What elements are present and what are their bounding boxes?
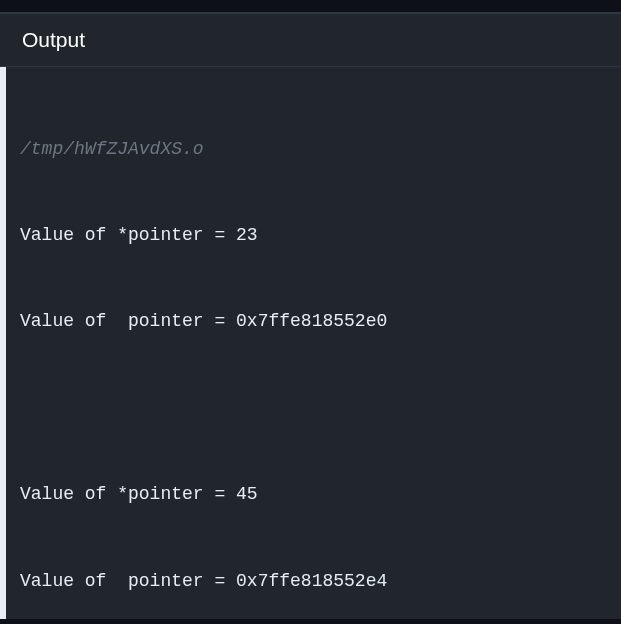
blank-line	[20, 394, 607, 423]
output-panel-header: Output	[0, 14, 621, 67]
output-line: Value of pointer = 0x7ffe818552e4	[20, 567, 607, 596]
output-line: Value of pointer = 0x7ffe818552e0	[20, 307, 607, 336]
output-panel-body: /tmp/hWfZJAvdXS.o Value of *pointer = 23…	[0, 67, 621, 619]
output-line: Value of *pointer = 45	[20, 480, 607, 509]
output-title: Output	[22, 28, 85, 51]
top-divider	[0, 0, 621, 14]
output-line: Value of *pointer = 23	[20, 221, 607, 250]
execution-path: /tmp/hWfZJAvdXS.o	[20, 135, 607, 164]
